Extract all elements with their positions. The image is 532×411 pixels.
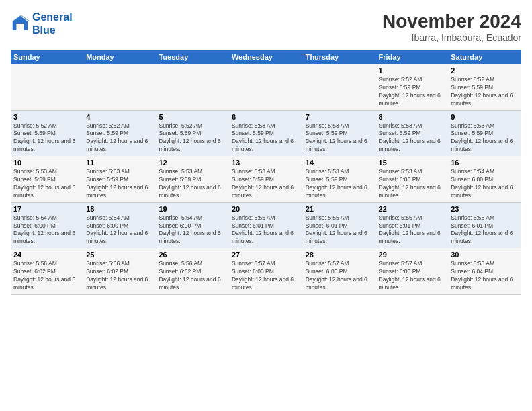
calendar-cell: 8Sunrise: 5:53 AMSunset: 5:59 PMDaylight… [376, 110, 449, 156]
calendar-cell: 26Sunrise: 5:56 AMSunset: 6:02 PMDayligh… [156, 248, 228, 295]
week-row-1: 3Sunrise: 5:52 AMSunset: 5:59 PMDaylight… [11, 110, 521, 156]
day-number: 10 [13, 158, 81, 167]
day-info: Sunrise: 5:53 AMSunset: 5:59 PMDaylight:… [232, 122, 300, 154]
calendar-cell: 5Sunrise: 5:52 AMSunset: 5:59 PMDaylight… [156, 110, 228, 156]
day-number: 14 [306, 158, 373, 167]
day-info: Sunrise: 5:57 AMSunset: 6:03 PMDaylight:… [379, 260, 446, 292]
day-number: 1 [379, 66, 446, 75]
calendar-cell [303, 64, 376, 110]
calendar-cell: 23Sunrise: 5:55 AMSunset: 6:01 PMDayligh… [448, 202, 521, 248]
calendar-cell: 28Sunrise: 5:57 AMSunset: 6:03 PMDayligh… [303, 248, 376, 295]
logo-text: General Blue [32, 11, 73, 36]
day-number: 15 [379, 158, 446, 167]
calendar-cell: 21Sunrise: 5:55 AMSunset: 6:01 PMDayligh… [303, 202, 376, 248]
header-friday: Friday [376, 50, 449, 64]
day-number: 9 [451, 113, 519, 121]
week-row-0: 1Sunrise: 5:52 AMSunset: 5:59 PMDaylight… [11, 64, 521, 110]
calendar-cell: 2Sunrise: 5:52 AMSunset: 5:59 PMDaylight… [448, 64, 521, 110]
day-number: 21 [306, 205, 373, 213]
day-number: 29 [379, 250, 446, 259]
header-monday: Monday [83, 50, 156, 64]
calendar-cell [156, 64, 228, 110]
header-saturday: Saturday [448, 50, 521, 64]
day-number: 5 [159, 113, 226, 121]
day-info: Sunrise: 5:55 AMSunset: 6:01 PMDaylight:… [232, 214, 300, 246]
day-info: Sunrise: 5:58 AMSunset: 6:04 PMDaylight:… [451, 260, 519, 292]
day-info: Sunrise: 5:53 AMSunset: 5:59 PMDaylight:… [13, 168, 81, 200]
day-info: Sunrise: 5:53 AMSunset: 5:59 PMDaylight:… [306, 168, 373, 200]
day-number: 12 [159, 158, 226, 167]
logo-general: General [32, 11, 73, 23]
subtitle: Ibarra, Imbabura, Ecuador [382, 32, 521, 43]
day-number: 13 [232, 158, 300, 167]
day-info: Sunrise: 5:52 AMSunset: 5:59 PMDaylight:… [13, 122, 81, 154]
day-number: 8 [379, 113, 446, 121]
calendar-table: SundayMondayTuesdayWednesdayThursdayFrid… [11, 50, 521, 295]
calendar-cell: 20Sunrise: 5:55 AMSunset: 6:01 PMDayligh… [229, 202, 303, 248]
calendar-cell [83, 64, 156, 110]
day-number: 27 [232, 250, 300, 259]
calendar-cell: 9Sunrise: 5:53 AMSunset: 5:59 PMDaylight… [448, 110, 521, 156]
calendar-cell: 1Sunrise: 5:52 AMSunset: 5:59 PMDaylight… [376, 64, 449, 110]
calendar-cell: 7Sunrise: 5:53 AMSunset: 5:59 PMDaylight… [303, 110, 376, 156]
day-info: Sunrise: 5:52 AMSunset: 5:59 PMDaylight:… [451, 76, 519, 108]
day-number: 6 [232, 113, 300, 121]
header-wednesday: Wednesday [229, 50, 303, 64]
logo-blue: Blue [32, 24, 56, 36]
day-info: Sunrise: 5:53 AMSunset: 5:59 PMDaylight:… [451, 122, 519, 154]
header-tuesday: Tuesday [156, 50, 228, 64]
calendar-cell: 13Sunrise: 5:53 AMSunset: 5:59 PMDayligh… [229, 156, 303, 203]
day-info: Sunrise: 5:52 AMSunset: 5:59 PMDaylight:… [159, 122, 226, 154]
day-number: 2 [451, 66, 519, 75]
calendar-cell: 11Sunrise: 5:53 AMSunset: 5:59 PMDayligh… [83, 156, 156, 203]
day-number: 16 [451, 158, 519, 167]
day-info: Sunrise: 5:56 AMSunset: 6:02 PMDaylight:… [13, 260, 81, 292]
day-number: 24 [13, 250, 81, 259]
day-info: Sunrise: 5:53 AMSunset: 5:59 PMDaylight:… [306, 122, 373, 154]
day-number: 23 [451, 205, 519, 213]
day-info: Sunrise: 5:55 AMSunset: 6:01 PMDaylight:… [451, 214, 519, 246]
calendar-cell: 30Sunrise: 5:58 AMSunset: 6:04 PMDayligh… [448, 248, 521, 295]
calendar-cell: 17Sunrise: 5:54 AMSunset: 6:00 PMDayligh… [11, 202, 83, 248]
day-info: Sunrise: 5:54 AMSunset: 6:00 PMDaylight:… [159, 214, 226, 246]
day-info: Sunrise: 5:56 AMSunset: 6:02 PMDaylight:… [159, 260, 226, 292]
day-info: Sunrise: 5:56 AMSunset: 6:02 PMDaylight:… [86, 260, 153, 292]
calendar-header-row: SundayMondayTuesdayWednesdayThursdayFrid… [11, 50, 521, 64]
calendar-cell: 24Sunrise: 5:56 AMSunset: 6:02 PMDayligh… [11, 248, 83, 295]
day-number: 26 [159, 250, 226, 259]
day-info: Sunrise: 5:52 AMSunset: 5:59 PMDaylight:… [379, 76, 446, 108]
day-info: Sunrise: 5:53 AMSunset: 6:00 PMDaylight:… [379, 168, 446, 200]
calendar-cell: 6Sunrise: 5:53 AMSunset: 5:59 PMDaylight… [229, 110, 303, 156]
day-number: 18 [86, 205, 153, 213]
day-number: 17 [13, 205, 81, 213]
day-number: 3 [13, 113, 81, 121]
day-info: Sunrise: 5:54 AMSunset: 6:00 PMDaylight:… [451, 168, 519, 200]
logo: General Blue [11, 11, 73, 36]
week-row-2: 10Sunrise: 5:53 AMSunset: 5:59 PMDayligh… [11, 156, 521, 203]
calendar-cell: 3Sunrise: 5:52 AMSunset: 5:59 PMDaylight… [11, 110, 83, 156]
day-info: Sunrise: 5:52 AMSunset: 5:59 PMDaylight:… [86, 122, 153, 154]
day-number: 19 [159, 205, 226, 213]
day-info: Sunrise: 5:54 AMSunset: 6:00 PMDaylight:… [86, 214, 153, 246]
day-info: Sunrise: 5:54 AMSunset: 6:00 PMDaylight:… [13, 214, 81, 246]
page: General Blue November 2024 Ibarra, Imbab… [0, 0, 532, 411]
day-number: 20 [232, 205, 300, 213]
day-info: Sunrise: 5:53 AMSunset: 5:59 PMDaylight:… [86, 168, 153, 200]
day-number: 30 [451, 250, 519, 259]
calendar-cell: 18Sunrise: 5:54 AMSunset: 6:00 PMDayligh… [83, 202, 156, 248]
day-info: Sunrise: 5:53 AMSunset: 5:59 PMDaylight:… [379, 122, 446, 154]
day-info: Sunrise: 5:57 AMSunset: 6:03 PMDaylight:… [232, 260, 300, 292]
svg-rect-2 [16, 24, 24, 30]
day-number: 22 [379, 205, 446, 213]
day-info: Sunrise: 5:55 AMSunset: 6:01 PMDaylight:… [306, 214, 373, 246]
calendar-cell: 25Sunrise: 5:56 AMSunset: 6:02 PMDayligh… [83, 248, 156, 295]
calendar-cell: 19Sunrise: 5:54 AMSunset: 6:00 PMDayligh… [156, 202, 228, 248]
calendar-cell: 29Sunrise: 5:57 AMSunset: 6:03 PMDayligh… [376, 248, 449, 295]
logo-icon [11, 14, 30, 33]
calendar-cell: 14Sunrise: 5:53 AMSunset: 5:59 PMDayligh… [303, 156, 376, 203]
day-info: Sunrise: 5:57 AMSunset: 6:03 PMDaylight:… [306, 260, 373, 292]
day-number: 11 [86, 158, 153, 167]
week-row-3: 17Sunrise: 5:54 AMSunset: 6:00 PMDayligh… [11, 202, 521, 248]
title-block: November 2024 Ibarra, Imbabura, Ecuador [382, 11, 521, 43]
calendar-cell: 22Sunrise: 5:55 AMSunset: 6:01 PMDayligh… [376, 202, 449, 248]
